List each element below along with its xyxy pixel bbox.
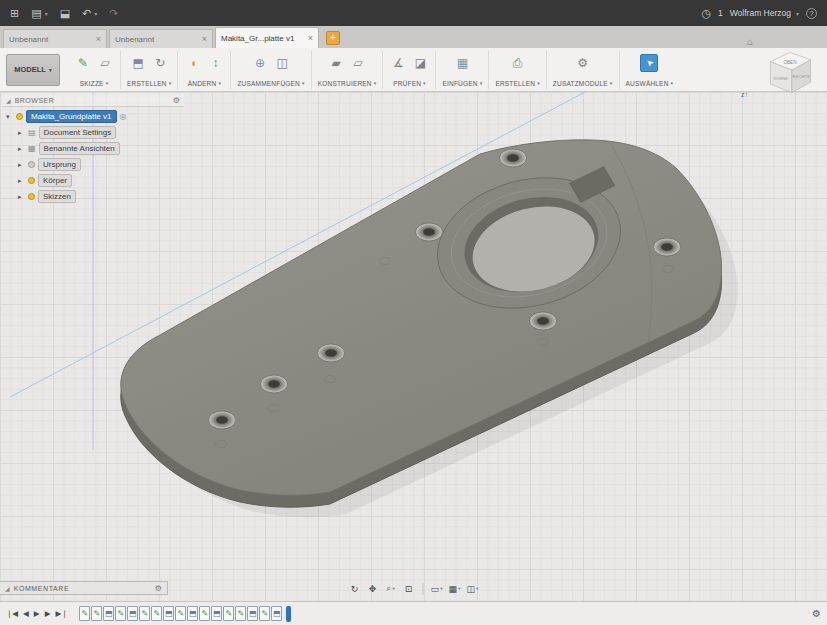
toolbar-group-dropdown[interactable]: ERSTELLEN▾ [495,80,539,87]
viewcube-cube[interactable]: OBEN VORNE RECHTS [761,46,819,98]
browser-row-named-views[interactable]: ▸ ▦ Benannte Ansichten [18,142,184,155]
browser-row-sketches[interactable]: ▸ Skizzen [18,190,184,203]
zoom-icon[interactable]: ⌕▾ [383,581,398,596]
extrude-icon[interactable]: ⬒ [129,54,147,72]
step-back-icon[interactable]: ◀ [23,609,29,618]
plate-top-face[interactable] [121,140,722,495]
timeline-feature-icon[interactable] [115,606,126,621]
fit-view-icon[interactable]: ⊡ [401,581,416,596]
toolbar-group-dropdown[interactable]: KONSTRUIEREN▾ [318,80,377,87]
timeline-feature-icon[interactable] [127,606,138,621]
browser-root-item[interactable]: Makita_Grundplatte v1 [26,110,117,123]
job-status-clock-icon[interactable]: ◷ [701,8,711,19]
toolbar-group-dropdown[interactable]: ZUSAMMENFÜGEN▾ [237,80,304,87]
measure-icon[interactable]: ∡ [389,54,407,72]
timeline-feature-icon[interactable] [235,606,246,621]
visibility-bulb-icon[interactable] [28,193,35,200]
print-3d-icon[interactable]: ⎙ [509,54,527,72]
timeline-feature-icon[interactable] [271,606,282,621]
close-tab-icon[interactable]: × [308,33,313,43]
new-tab-button[interactable]: + [326,31,340,45]
document-tab[interactable]: Unbenannt × [3,29,107,48]
expand-arrow-icon[interactable]: ▸ [18,177,25,185]
document-tab-active[interactable]: Makita_Gr...platte v1 × [215,27,319,48]
browser-row-origin[interactable]: ▸ Ursprung [18,158,184,171]
file-menu-icon[interactable]: ▤ [31,8,41,19]
toolbar-group-dropdown[interactable]: PRÜFEN▾ [393,80,426,87]
timeline-feature-icon[interactable] [187,606,198,621]
new-component-icon[interactable]: ⊕ [251,54,269,72]
expand-arrow-icon[interactable]: ▾ [6,113,13,121]
fillet-icon[interactable]: ◖ [184,54,202,72]
user-menu[interactable]: Wolfram Herzog [730,8,791,18]
viewcube[interactable]: ⌂ z↑ OBEN VORNE RECHTS [749,36,821,108]
construction-axis-icon[interactable]: ▱ [349,54,367,72]
timeline-feature-icon[interactable] [139,606,150,621]
timeline-settings-gear-icon[interactable]: ⚙ [812,608,821,619]
comments-expand-icon[interactable]: ◢ [5,585,10,592]
workspace-switch-button[interactable]: MODELL▾ [6,54,60,86]
step-forward-icon[interactable]: ▶ [45,609,51,618]
user-menu-caret-icon[interactable]: ▾ [796,10,799,17]
viewports-icon[interactable]: ◫▾ [465,581,480,596]
expand-arrow-icon[interactable]: ▸ [18,145,25,153]
select-cursor-icon[interactable]: ➤ [640,54,658,72]
joint-icon[interactable]: ◫ [273,54,291,72]
timeline-feature-icon[interactable] [103,606,114,621]
visibility-bulb-icon[interactable] [16,113,23,120]
revolve-icon[interactable]: ↻ [151,54,169,72]
create-sketch-icon[interactable]: ✎ [74,54,92,72]
timeline-feature-icon[interactable] [175,606,186,621]
grid-settings-icon[interactable]: ▦▾ [447,581,462,596]
toolbar-group-dropdown[interactable]: SKIZZE▾ [80,80,109,87]
display-settings-icon[interactable]: ▭▾ [429,581,444,596]
timeline-feature-icon[interactable] [247,606,258,621]
home-view-icon[interactable]: ⌂ [747,36,753,47]
expand-arrow-icon[interactable]: ▸ [18,129,25,137]
toolbar-group-dropdown[interactable]: ZUSATZMODULE▾ [553,80,613,87]
sketch-plane-icon[interactable]: ▱ [96,54,114,72]
browser-collapse-icon[interactable]: ◢ [6,97,11,104]
go-to-start-icon[interactable]: ❘◀ [6,609,18,618]
undo-caret-icon[interactable]: ▾ [94,10,97,17]
visibility-bulb-icon[interactable] [28,161,35,168]
timeline-feature-icon[interactable] [199,606,210,621]
timeline-feature-icon[interactable] [163,606,174,621]
undo-icon[interactable]: ↶ [82,8,91,19]
press-pull-icon[interactable]: ↕ [206,54,224,72]
section-analysis-icon[interactable]: ◪ [411,54,429,72]
comments-gear-icon[interactable]: ⚙ [155,584,162,593]
timeline-position-marker[interactable] [286,606,291,622]
browser-root-row[interactable]: ▾ Makita_Grundplatte v1 ◎ [6,110,184,123]
close-tab-icon[interactable]: × [202,34,207,44]
construction-plane-icon[interactable]: ▰ [327,54,345,72]
addins-gear-icon[interactable]: ⚙ [574,54,592,72]
pan-icon[interactable]: ✥ [365,581,380,596]
browser-row-document-settings[interactable]: ▸ ▤ Document Settings [18,126,184,139]
viewport-canvas[interactable]: ◢ BROWSER ⚙ ▾ Makita_Grundplatte v1 ◎ ▸ … [0,92,827,601]
timeline-feature-icon[interactable] [223,606,234,621]
document-tab[interactable]: Unbenannt × [109,29,213,48]
browser-item-label[interactable]: Document Settings [39,126,117,139]
browser-item-label[interactable]: Skizzen [38,190,76,203]
expand-arrow-icon[interactable]: ▸ [18,161,25,169]
help-icon[interactable]: ? [806,8,817,19]
file-menu-caret-icon[interactable]: ▾ [45,10,48,17]
toolbar-group-dropdown[interactable]: EINFÜGEN▾ [442,80,482,87]
visibility-bulb-icon[interactable] [28,177,35,184]
save-icon[interactable]: ⬓ [60,8,70,19]
apps-grid-icon[interactable]: ⊞ [10,8,19,19]
timeline-feature-icon[interactable] [79,606,90,621]
timeline-feature-icon[interactable] [211,606,222,621]
comments-bar[interactable]: ◢ KOMMENTARE ⚙ [0,581,168,595]
toolbar-group-dropdown[interactable]: ERSTELLEN▾ [127,80,171,87]
close-tab-icon[interactable]: × [96,34,101,44]
expand-arrow-icon[interactable]: ▸ [18,193,25,201]
browser-gear-icon[interactable]: ⚙ [173,96,180,105]
timeline-feature-icon[interactable] [151,606,162,621]
orbit-icon[interactable]: ↻ [347,581,362,596]
activate-component-icon[interactable]: ◎ [120,112,127,121]
redo-icon[interactable]: ↷ [109,8,118,19]
timeline-feature-icon[interactable] [259,606,270,621]
go-to-end-icon[interactable]: ▶❘ [55,609,67,618]
